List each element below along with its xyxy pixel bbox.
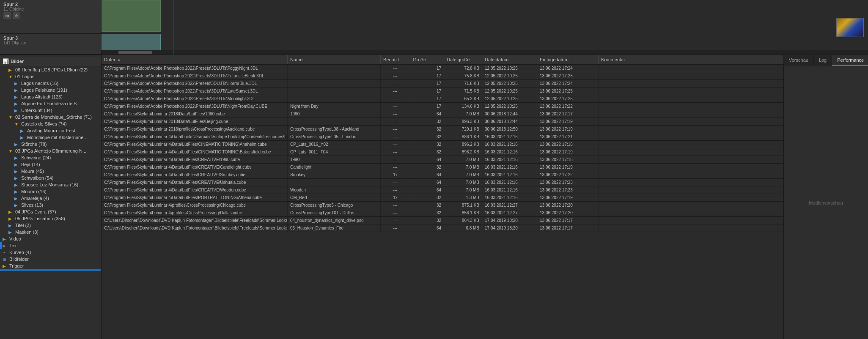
td-groesse: 64 [410, 110, 444, 118]
right-content: Medienvorschau [784, 66, 868, 339]
sidebar-item-unterkunft[interactable]: ▶ Unterkunft (34) [0, 107, 101, 114]
sidebar-item-lagos-fels[interactable]: ▶ Lagos Felsküste (191) [0, 87, 101, 93]
td-dateigroesse: 7.0 MB [444, 156, 482, 163]
td-dateigroesse: 864.3 KB [444, 217, 482, 224]
timeline-scrollbar[interactable] [102, 50, 868, 55]
td-name: 1990 [288, 156, 381, 163]
table-row[interactable]: C:\Program Files\Adobe\Adobe Photoshop 2… [102, 87, 783, 95]
sidebar-item-amareleja[interactable]: ▶ Amareleja (4) [0, 195, 101, 202]
spur2-mute-button[interactable]: ⊘ [13, 12, 20, 19]
table-row[interactable]: C:\Program Files\Skylum\Luminar 2018\pro… [102, 126, 783, 133]
td-einfuegedatum: 13.06.2022 17:22 [537, 103, 599, 110]
table-row[interactable]: C:\Users\Dirscheri\Downloads\DVD Kaplun … [102, 217, 783, 224]
th-einfuegedatum[interactable]: Einfügedatum [537, 55, 599, 64]
td-datei: C:\Program Files\Skylum\Luminar 2018\Dat… [102, 118, 288, 125]
sidebar-item-algane[interactable]: ▶ Algane Fort Fortaleza de S... [0, 100, 101, 107]
sidebar-item-text[interactable]: ≡ Text [0, 242, 101, 249]
table-row[interactable]: C:\Program Files\Skylum\Luminar 4\profil… [102, 202, 783, 209]
td-dateidatum: 16.03.2021 12:27 [482, 202, 537, 209]
table-row[interactable]: C:\Program Files\Skylum\Luminar 4\Data\L… [102, 186, 783, 194]
spur2-play-button[interactable]: ⏮ [3, 12, 11, 19]
sidebar-item-active-bottom[interactable] [0, 269, 101, 271]
images-icon: ▶ [14, 142, 20, 147]
table-row[interactable]: C:\Program Files\Adobe\Adobe Photoshop 2… [102, 103, 783, 110]
sidebar-item-ausflug[interactable]: ▶ Ausflug Moura zur Fest... [0, 127, 101, 134]
spur2-block[interactable] [102, 0, 161, 32]
tab-performance[interactable]: Performance [832, 55, 868, 66]
sidebar-item-monchique[interactable]: ▶ Monchique mit Klosterruine... [0, 134, 101, 141]
table-row[interactable]: C:\Program Files\Skylum\Luminar 4\Data\L… [102, 156, 783, 164]
sidebar-item-stoerche[interactable]: ▶ Störche (78) [0, 141, 101, 148]
folder-icon: ▼ [14, 122, 20, 126]
folder-icon: ▼ [8, 115, 14, 120]
sidebar-item-trigger[interactable]: ▶ Trigger [0, 262, 101, 269]
th-dateidatum[interactable]: Dateidatum [482, 55, 537, 64]
sidebar-item-05lissabon[interactable]: ▶ 05 JPGs Lissabon (358) [0, 215, 101, 222]
table-header: Datei ▲ Name Benutzt Größe Dateigröße Da… [102, 55, 783, 65]
images-icon: ▶ [14, 95, 20, 99]
td-dateidatum: 12.05.2022 10:25 [482, 87, 537, 95]
table-row[interactable]: C:\Program Files\Adobe\Adobe Photoshop 2… [102, 72, 783, 80]
tab-vorschau[interactable]: Vorschau [784, 55, 814, 66]
th-groesse[interactable]: Größe [410, 55, 444, 64]
sidebar-item-02serra[interactable]: ▼ 02 Serra de Monchique_Störche (71) [0, 114, 101, 120]
sort-arrow-datei: ▲ [117, 57, 121, 62]
sidebar-item-schweine[interactable]: ▶ Schweine (24) [0, 154, 101, 161]
th-kommentar[interactable]: Kommentar [599, 55, 783, 64]
sidebar-item-stausee[interactable]: ▶ Stausee Luz Monsaraz (16) [0, 181, 101, 188]
sidebar-item-beja[interactable]: ▶ Beja (14) [0, 161, 101, 168]
table-row[interactable]: C:\Program Files\Skylum\Luminar 4\Data\L… [102, 133, 783, 141]
sidebar-item-silves[interactable]: ▶ Silves (13) [0, 202, 101, 208]
td-name: CP_Luts_0016_Y02 [288, 141, 381, 148]
images-icon: ▶ [20, 135, 26, 140]
tab-log[interactable]: Log [814, 55, 832, 66]
sidebar-item-04evora[interactable]: ▶ 04 JPGs Evora (57) [0, 208, 101, 215]
sidebar-item-helmflug[interactable]: ▶ 06 Helmflug LG8 JPGs LRkorr (22) [0, 66, 101, 73]
sidebar-item-mourao[interactable]: ▶ Mourão (16) [0, 188, 101, 195]
sidebar-item-video[interactable]: ▶ Video [0, 235, 101, 242]
table-row[interactable]: C:\Program Files\Adobe\Adobe Photoshop 2… [102, 65, 783, 72]
sidebar-item-lagos-nachts[interactable]: ▶ Lagos nachts (16) [0, 80, 101, 87]
sidebar-item-titel[interactable]: ▶ Titel (2) [0, 222, 101, 229]
table-row[interactable]: C:\Users\Dirscheri\Downloads\DVD Kaplun … [102, 224, 783, 232]
table-row[interactable]: C:\Program Files\Skylum\Luminar 2018\Dat… [102, 118, 783, 126]
timeline-area: Spur 2 11 Objekte ⏮ ⊘ Spur 3 141 Objekte [0, 0, 868, 55]
sidebar-item-01lagos[interactable]: ▼ 01 Lagos [0, 73, 101, 80]
td-name: CM_Red [288, 194, 381, 201]
table-row[interactable]: C:\Program Files\Adobe\Adobe Photoshop 2… [102, 95, 783, 103]
table-row[interactable]: C:\Program Files\Skylum\Luminar 4\Data\L… [102, 194, 783, 202]
timeline-content[interactable] [102, 0, 868, 55]
table-row[interactable]: C:\Program Files\Skylum\Luminar 4\profil… [102, 209, 783, 217]
td-dateigroesse: 65.2 KB [444, 95, 482, 102]
sidebar-item-lagos-altstadt[interactable]: ▶ Lagos Altstadt (123) [0, 93, 101, 100]
table-row[interactable]: C:\Program Files\Skylum\Luminar 4\Data\L… [102, 141, 783, 148]
td-name [288, 87, 381, 95]
table-row[interactable]: C:\Program Files\Skylum\Luminar 4\Data\L… [102, 148, 783, 156]
sidebar-item-moura[interactable]: ▶ Moura (45) [0, 168, 101, 175]
th-dateigroesse[interactable]: Dateigröße [444, 55, 482, 64]
td-groesse: 17 [410, 65, 444, 72]
td-groesse: 32 [410, 141, 444, 148]
td-datei: C:\Program Files\Skylum\Luminar 4\Data\L… [102, 179, 288, 186]
sidebar-item-bildfelder[interactable]: ⊞ Bildfelder [0, 256, 101, 262]
th-datei[interactable]: Datei ▲ [102, 55, 288, 64]
th-name[interactable]: Name [288, 55, 381, 64]
sidebar-item-castelo[interactable]: ▼ Castelo de Silves (74) [0, 120, 101, 127]
sidebar-item-03jpegs[interactable]: ▼ 03 JPGs Alentejo Dämmerung N... [0, 148, 101, 154]
table-row[interactable]: C:\Program Files\Skylum\Luminar 4\Data\L… [102, 171, 783, 179]
sidebar-item-kurven[interactable]: ~ Kurven (4) [0, 249, 101, 256]
td-einfuegedatum: 13.06.2022 17:19 [537, 118, 599, 125]
td-name: Smokey [288, 171, 381, 178]
table-row[interactable]: C:\Program Files\Skylum\Luminar 4\Data\L… [102, 164, 783, 171]
table-row[interactable]: C:\Program Files\Skylum\Luminar 2018\Dat… [102, 110, 783, 118]
sidebar-item-schwalben[interactable]: ▶ Schwalben (54) [0, 175, 101, 181]
td-groesse: 32 [410, 126, 444, 133]
timeline-scrollbar-thumb[interactable] [118, 51, 152, 54]
td-einfuegedatum: 13.06.2022 17:22 [537, 171, 599, 178]
th-benutzt[interactable]: Benutzt [381, 55, 410, 64]
td-name: Night from Day [288, 103, 381, 110]
td-benutzt: --- [381, 186, 410, 194]
sidebar-item-masken[interactable]: ▶ Masken (8) [0, 229, 101, 235]
table-row[interactable]: C:\Program Files\Adobe\Adobe Photoshop 2… [102, 80, 783, 87]
table-row[interactable]: C:\Program Files\Skylum\Luminar 4\Data\L… [102, 179, 783, 186]
